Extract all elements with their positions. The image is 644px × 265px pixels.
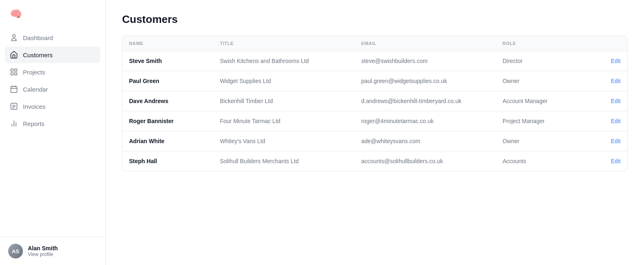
- edit-button[interactable]: Edit: [611, 98, 621, 104]
- cell-role: Owner: [496, 71, 587, 91]
- cell-title: Swish Kitchens and Bathrooms Ltd: [213, 51, 355, 71]
- table-row: Paul GreenWidget Supplies Ltdpaul.green@…: [122, 71, 627, 91]
- cell-title: Solihull Builders Merchants Ltd: [213, 151, 355, 171]
- cell-action: Edit: [587, 131, 627, 151]
- user-profile[interactable]: AS Alan Smith View profile: [0, 237, 105, 265]
- main-content: Customers NAME TITLE EMAIL ROLE Steve Sm…: [106, 0, 644, 265]
- col-header-name: NAME: [122, 36, 213, 51]
- sidebar-item-label-dashboard: Dashboard: [23, 34, 53, 41]
- table-row: Dave AndrewsBickenhill Timber Ltdd.andre…: [122, 91, 627, 111]
- cell-email: accounts@solihullbuilders.co.uk: [355, 151, 496, 171]
- svg-rect-0: [11, 69, 14, 72]
- svg-rect-2: [11, 73, 14, 75]
- cell-action: Edit: [587, 91, 627, 111]
- sidebar-item-label-invoices: Invoices: [23, 103, 45, 110]
- user-name: Alan Smith: [28, 245, 58, 252]
- brain-icon: 🧠: [10, 8, 22, 19]
- cell-email: roger@4minutetarmac.co.uk: [355, 111, 496, 131]
- cell-name: Adrian White: [122, 131, 213, 151]
- projects-icon: [10, 68, 18, 76]
- customers-table-container: NAME TITLE EMAIL ROLE Steve SmithSwish K…: [122, 36, 628, 171]
- page-title: Customers: [122, 13, 628, 26]
- cell-title: Widget Supplies Ltd: [213, 71, 355, 91]
- cell-role: Owner: [496, 131, 587, 151]
- sidebar-item-calendar[interactable]: Calendar: [5, 81, 100, 97]
- cell-title: Four Minute Tarmac Ltd: [213, 111, 355, 131]
- sidebar-item-label-reports: Reports: [23, 120, 45, 127]
- col-header-title: TITLE: [213, 36, 355, 51]
- edit-button[interactable]: Edit: [611, 118, 621, 124]
- cell-role: Account Manager: [496, 91, 587, 111]
- sidebar-item-customers[interactable]: Customers: [5, 47, 100, 63]
- col-header-action: [587, 36, 627, 51]
- reports-icon: [10, 119, 18, 128]
- edit-button[interactable]: Edit: [611, 58, 621, 64]
- cell-name: Roger Bannister: [122, 111, 213, 131]
- view-profile-link[interactable]: View profile: [28, 252, 58, 257]
- sidebar-logo: 🧠: [0, 0, 105, 26]
- cell-email: d.andrews@bickenhill-timberyard.co.uk: [355, 91, 496, 111]
- cell-role: Director: [496, 51, 587, 71]
- cell-name: Dave Andrews: [122, 91, 213, 111]
- avatar: AS: [8, 244, 23, 258]
- cell-name: Steve Smith: [122, 51, 213, 71]
- sidebar-item-projects[interactable]: Projects: [5, 64, 100, 80]
- customers-icon: [10, 51, 18, 59]
- sidebar-item-label-customers: Customers: [23, 52, 53, 58]
- table-header-row: NAME TITLE EMAIL ROLE: [122, 36, 627, 51]
- cell-action: Edit: [587, 71, 627, 91]
- col-header-email: EMAIL: [355, 36, 496, 51]
- sidebar: 🧠 Dashboard Customers Projects: [0, 0, 106, 265]
- table-row: Roger BannisterFour Minute Tarmac Ltdrog…: [122, 111, 627, 131]
- sidebar-item-reports[interactable]: Reports: [5, 115, 100, 132]
- customers-table: NAME TITLE EMAIL ROLE Steve SmithSwish K…: [122, 36, 627, 171]
- calendar-icon: [10, 85, 18, 93]
- cell-action: Edit: [587, 111, 627, 131]
- user-info: Alan Smith View profile: [28, 245, 58, 257]
- cell-name: Steph Hall: [122, 151, 213, 171]
- invoices-icon: [10, 102, 18, 110]
- table-row: Steph HallSolihull Builders Merchants Lt…: [122, 151, 627, 171]
- svg-rect-8: [11, 103, 17, 110]
- cell-title: Bickenhill Timber Ltd: [213, 91, 355, 111]
- svg-rect-1: [15, 69, 17, 72]
- cell-role: Project Manager: [496, 111, 587, 131]
- table-row: Steve SmithSwish Kitchens and Bathrooms …: [122, 51, 627, 71]
- cell-email: paul.green@widgetsupplies.co.uk: [355, 71, 496, 91]
- cell-role: Accounts: [496, 151, 587, 171]
- sidebar-item-dashboard[interactable]: Dashboard: [5, 29, 100, 46]
- dashboard-icon: [10, 34, 18, 42]
- cell-email: ade@whiteysvans.com: [355, 131, 496, 151]
- table-row: Adrian WhiteWhitey's Vans Ltdade@whiteys…: [122, 131, 627, 151]
- cell-action: Edit: [587, 51, 627, 71]
- cell-email: steve@swishbuilders.com: [355, 51, 496, 71]
- nav-items: Dashboard Customers Projects: [0, 26, 105, 237]
- edit-button[interactable]: Edit: [611, 78, 621, 84]
- edit-button[interactable]: Edit: [611, 158, 621, 164]
- col-header-role: ROLE: [496, 36, 587, 51]
- sidebar-item-label-projects: Projects: [23, 69, 45, 76]
- svg-rect-4: [11, 86, 17, 92]
- table-body: Steve SmithSwish Kitchens and Bathrooms …: [122, 51, 627, 171]
- cell-title: Whitey's Vans Ltd: [213, 131, 355, 151]
- edit-button[interactable]: Edit: [611, 138, 621, 144]
- sidebar-item-invoices[interactable]: Invoices: [5, 98, 100, 115]
- cell-action: Edit: [587, 151, 627, 171]
- svg-rect-3: [15, 73, 17, 75]
- cell-name: Paul Green: [122, 71, 213, 91]
- sidebar-item-label-calendar: Calendar: [23, 86, 48, 93]
